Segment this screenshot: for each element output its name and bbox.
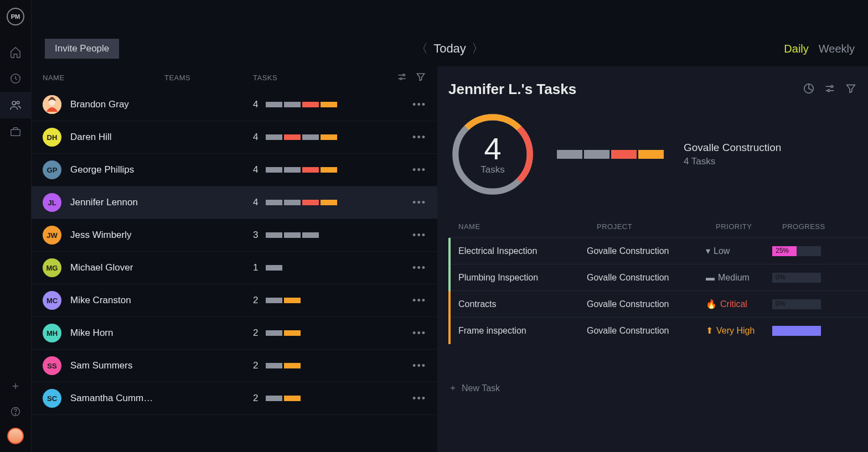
invite-people-button[interactable]: Invite People bbox=[45, 39, 119, 59]
project-seg bbox=[584, 150, 609, 159]
task-seg bbox=[266, 232, 282, 238]
row-menu-icon[interactable]: ••• bbox=[412, 197, 426, 209]
person-row[interactable]: SC Samantha Cumm… 2 ••• bbox=[32, 382, 437, 415]
task-seg bbox=[266, 102, 282, 107]
next-day-icon[interactable]: 〉 bbox=[472, 40, 484, 57]
row-menu-icon[interactable]: ••• bbox=[412, 164, 426, 176]
task-segments bbox=[266, 200, 337, 205]
task-row[interactable]: Plumbing Inspection Govalle Construction… bbox=[448, 264, 868, 290]
nav-add-icon[interactable] bbox=[0, 377, 32, 396]
person-name: Michael Glover bbox=[70, 262, 164, 273]
new-task-button[interactable]: ＋ New Task bbox=[448, 382, 868, 394]
task-segments bbox=[266, 134, 337, 140]
person-row[interactable]: MG Michael Glover 1 ••• bbox=[32, 252, 437, 284]
svg-point-6 bbox=[403, 74, 405, 76]
avatar: SC bbox=[43, 389, 61, 408]
task-detail-panel: Jennifer L.'s Tasks 4 Tasks Govalle Cons… bbox=[437, 66, 868, 452]
nav-home-icon[interactable] bbox=[0, 39, 32, 65]
task-project: Govalle Construction bbox=[587, 299, 706, 309]
task-edge bbox=[448, 264, 451, 291]
task-priority: ⬆ Very High bbox=[706, 325, 772, 336]
person-name: Daren Hill bbox=[70, 132, 164, 143]
task-seg bbox=[284, 102, 301, 107]
person-name: Mike Horn bbox=[70, 328, 164, 339]
task-count: 4 bbox=[253, 197, 258, 208]
person-row[interactable]: JL Jennifer Lennon 4 ••• bbox=[32, 186, 437, 219]
task-project: Govalle Construction bbox=[587, 273, 706, 283]
task-row[interactable]: Contracts Govalle Construction 🔥 Critica… bbox=[448, 290, 868, 317]
task-seg bbox=[284, 232, 301, 238]
view-weekly-tab[interactable]: Weekly bbox=[819, 43, 855, 55]
svg-point-5 bbox=[15, 414, 16, 414]
person-row[interactable]: MC Mike Cranston 2 ••• bbox=[32, 284, 437, 317]
person-name: George Phillips bbox=[70, 164, 164, 175]
svg-point-7 bbox=[400, 77, 402, 79]
task-seg bbox=[266, 134, 282, 140]
person-row[interactable]: GP George Phillips 4 ••• bbox=[32, 154, 437, 186]
task-edge bbox=[448, 238, 451, 264]
col-tasks-header: TASKS bbox=[253, 74, 396, 82]
filter-icon[interactable] bbox=[845, 82, 857, 97]
person-row[interactable]: MH Mike Horn 2 ••• bbox=[32, 317, 437, 350]
task-seg bbox=[266, 330, 282, 336]
task-segments bbox=[266, 232, 319, 238]
task-name: Plumbing Inspection bbox=[458, 273, 587, 283]
nav-help-icon[interactable] bbox=[0, 402, 32, 421]
person-row[interactable]: SS Sam Summers 2 ••• bbox=[32, 350, 437, 382]
col-teams-header: TEAMS bbox=[164, 74, 253, 82]
task-row[interactable]: Frame inspection Govalle Construction ⬆ … bbox=[448, 317, 868, 344]
avatar: MH bbox=[43, 324, 61, 342]
avatar bbox=[43, 95, 61, 114]
nav-briefcase-icon[interactable] bbox=[0, 118, 32, 145]
row-menu-icon[interactable]: ••• bbox=[412, 132, 426, 143]
row-menu-icon[interactable]: ••• bbox=[412, 393, 426, 404]
task-edge bbox=[448, 318, 451, 344]
filter-icon[interactable] bbox=[415, 71, 426, 84]
col-task-name: NAME bbox=[458, 222, 597, 231]
task-segments bbox=[266, 363, 301, 368]
task-seg bbox=[266, 298, 282, 303]
person-row[interactable]: JW Jess Wimberly 3 ••• bbox=[32, 219, 437, 252]
row-menu-icon[interactable]: ••• bbox=[412, 262, 426, 274]
prev-day-icon[interactable]: 〈 bbox=[416, 40, 428, 57]
task-row[interactable]: Electrical Inspection Govalle Constructi… bbox=[448, 237, 868, 264]
nav-recent-icon[interactable] bbox=[0, 65, 32, 92]
user-avatar[interactable] bbox=[7, 428, 24, 444]
row-menu-icon[interactable]: ••• bbox=[412, 360, 426, 372]
person-name: Brandon Gray bbox=[70, 99, 164, 110]
priority-icon: 🔥 bbox=[706, 299, 717, 309]
task-seg bbox=[302, 232, 319, 238]
row-menu-icon[interactable]: ••• bbox=[412, 328, 426, 339]
settings-sliders-icon[interactable] bbox=[824, 82, 836, 97]
person-row[interactable]: Brandon Gray 4 ••• bbox=[32, 89, 437, 121]
task-seg bbox=[266, 265, 282, 271]
task-priority: 🔥 Critical bbox=[706, 299, 772, 309]
person-name: Jennifer Lennon bbox=[70, 197, 164, 208]
avatar: JW bbox=[43, 226, 61, 245]
chart-pie-icon[interactable] bbox=[803, 82, 815, 97]
task-seg bbox=[302, 102, 319, 107]
task-count: 4 bbox=[253, 132, 258, 143]
priority-icon: ▾ bbox=[706, 246, 710, 256]
task-segments bbox=[266, 396, 301, 401]
view-daily-tab[interactable]: Daily bbox=[784, 43, 808, 55]
donut-label: Tasks bbox=[480, 164, 504, 175]
nav-people-icon[interactable] bbox=[0, 92, 32, 118]
row-menu-icon[interactable]: ••• bbox=[412, 99, 426, 111]
side-nav: PM bbox=[0, 0, 32, 452]
task-name: Contracts bbox=[458, 299, 587, 309]
task-project: Govalle Construction bbox=[587, 326, 706, 336]
row-menu-icon[interactable]: ••• bbox=[412, 230, 426, 241]
task-seg bbox=[284, 200, 301, 205]
project-seg bbox=[557, 150, 582, 159]
task-seg bbox=[321, 134, 337, 140]
settings-sliders-icon[interactable] bbox=[396, 71, 407, 84]
people-panel: NAME TEAMS TASKS Brandon Gray 4 ••• DH D… bbox=[32, 66, 437, 452]
row-menu-icon[interactable]: ••• bbox=[412, 295, 426, 306]
person-row[interactable]: DH Daren Hill 4 ••• bbox=[32, 121, 437, 154]
col-task-progress: PROGRESS bbox=[782, 222, 857, 231]
task-count: 2 bbox=[253, 360, 258, 371]
task-seg bbox=[321, 200, 337, 205]
task-segments bbox=[266, 298, 301, 303]
task-count: 3 bbox=[253, 230, 258, 241]
